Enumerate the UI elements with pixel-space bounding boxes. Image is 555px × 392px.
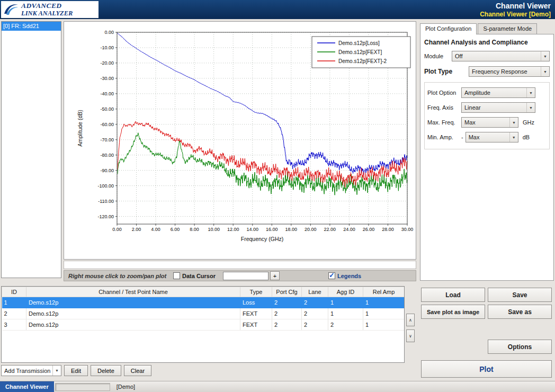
chevron-down-icon: ▼ <box>526 88 535 97</box>
data-cursor-checkbox[interactable] <box>173 272 180 279</box>
tab-plot-configuration[interactable]: Plot Configuration <box>420 23 477 34</box>
channel-list[interactable]: [0] FR: Sdd21 <box>1 21 61 278</box>
move-down-button[interactable]: ∨ <box>406 329 415 342</box>
table-cell: 1 <box>2 297 26 308</box>
min-amp-unit: dB <box>523 134 530 140</box>
table-cell: Loss <box>240 297 272 308</box>
load-button[interactable]: Load <box>421 288 485 302</box>
legends-checkbox[interactable] <box>328 272 335 279</box>
frequency-response-chart[interactable]: 0.002.004.006.008.0010.0012.0014.0016.00… <box>64 22 416 259</box>
options-button[interactable]: Options <box>488 340 552 354</box>
window-subtitle: Channel Viewer [Demo] <box>480 11 551 18</box>
max-freq-row: Max. Freq. Max ▼ GHz <box>427 117 547 128</box>
table-cell: FEXT <box>240 308 272 319</box>
series-line <box>118 133 407 195</box>
min-amp-label: Min. Amp. <box>427 134 461 140</box>
max-freq-label: Max. Freq. <box>427 119 461 126</box>
plot-type-row: Plot Type Frequency Response ▼ <box>424 66 550 77</box>
plot-configuration-panel: Channel Analysis and Compliance Module O… <box>420 34 554 281</box>
svg-text:30.00: 30.00 <box>401 227 414 232</box>
table-cell: 3 <box>2 319 26 331</box>
svg-text:16.00: 16.00 <box>266 227 278 232</box>
freq-axis-row: Freq. Axis Linear ▼ <box>427 102 547 113</box>
plot-option-select[interactable]: Amplitude ▼ <box>461 87 535 98</box>
logo-text: ADVANCED LINK ANALYZER <box>21 2 73 16</box>
save-as-button[interactable]: Save as <box>488 305 552 319</box>
table-cell: FEXT <box>240 319 272 331</box>
delete-button[interactable]: Delete <box>91 365 121 376</box>
tab-s-parameter-mode[interactable]: S-parameter Mode <box>478 23 537 34</box>
table-cell: Demo.s12p <box>26 308 240 319</box>
x-axis-label: Frequency (GHz) <box>241 236 284 242</box>
status-inset-box <box>55 383 110 391</box>
clear-button[interactable]: Clear <box>124 365 151 376</box>
svg-text:22.00: 22.00 <box>324 227 336 232</box>
svg-text:-120.00: -120.00 <box>97 214 114 219</box>
max-freq-select[interactable]: Max ▼ <box>461 117 518 128</box>
table-cell: 2 <box>272 319 302 331</box>
module-row: Module Off ▼ <box>424 51 550 61</box>
column-header[interactable]: Lane <box>302 287 328 297</box>
logo-swoosh-icon <box>3 2 19 17</box>
status-bar: Channel Viewer [Demo] <box>0 381 555 392</box>
plot-status-strip <box>64 261 416 269</box>
plot-button[interactable]: Plot <box>421 360 552 378</box>
svg-text:20.00: 20.00 <box>305 227 317 232</box>
table-row[interactable]: 3Demo.s12pFEXT2221 <box>2 319 405 331</box>
column-header[interactable]: Type <box>240 287 272 297</box>
table-cell: 2 <box>302 308 328 319</box>
module-label: Module <box>424 53 452 59</box>
svg-text:4.00: 4.00 <box>151 227 160 232</box>
sidebar-item[interactable]: [0] FR: Sdd21 <box>2 22 61 31</box>
edit-button[interactable]: Edit <box>64 365 88 376</box>
cursor-value-input[interactable] <box>223 272 268 280</box>
plus-button[interactable]: + <box>270 271 280 280</box>
logo-line1: ADVANCED <box>21 2 73 10</box>
plot-option-row: Plot Option Amplitude ▼ <box>427 87 547 98</box>
app-logo: ADVANCED LINK ANALYZER <box>1 1 99 18</box>
column-header[interactable]: ID <box>2 287 26 297</box>
table-cell: 1 <box>328 308 363 319</box>
legend-entry-label: Demo.s12p[Loss] <box>338 40 380 46</box>
plot-toolbar: Right mouse click to zoom/pan plot Data … <box>64 270 416 281</box>
plot-type-label: Plot Type <box>424 68 469 75</box>
table-cell: 2 <box>272 308 302 319</box>
table-cell: Demo.s12p <box>26 297 240 308</box>
move-up-button[interactable]: ∧ <box>406 314 415 326</box>
column-header[interactable]: Agg ID <box>328 287 363 297</box>
table-cell: 1 <box>363 308 405 319</box>
min-amp-row: Min. Amp. - Max ▼ dB <box>427 132 547 142</box>
save-plot-as-image-button[interactable]: Save plot as image <box>421 305 485 319</box>
add-transmission-select[interactable]: Add Transmission ▼ <box>1 365 61 376</box>
window-title: Channel Viewer <box>480 2 551 10</box>
svg-text:24.00: 24.00 <box>343 227 355 232</box>
plot-type-select[interactable]: Frequency Response ▼ <box>469 66 550 77</box>
svg-text:-50.00: -50.00 <box>100 106 114 112</box>
svg-text:26.00: 26.00 <box>363 227 375 232</box>
min-amp-select[interactable]: Max ▼ <box>466 132 518 142</box>
module-select[interactable]: Off ▼ <box>452 51 550 61</box>
plot-panel: 0.002.004.006.008.0010.0012.0014.0016.00… <box>64 21 416 260</box>
chevron-down-icon: ▼ <box>509 118 518 127</box>
svg-text:2.00: 2.00 <box>132 227 141 232</box>
table-cell: Demo.s12p <box>26 319 240 331</box>
svg-text:6.00: 6.00 <box>171 227 180 232</box>
column-header[interactable]: Rel Amp <box>363 287 405 297</box>
column-header[interactable]: Port Cfg <box>272 287 302 297</box>
svg-text:-100.00: -100.00 <box>97 183 114 189</box>
table-cell: 2 <box>272 297 302 308</box>
table-row[interactable]: 2Demo.s12pFEXT2211 <box>2 308 405 319</box>
min-amp-prefix: - <box>461 134 463 140</box>
chevron-down-icon: ▼ <box>509 132 518 142</box>
save-button[interactable]: Save <box>488 288 552 302</box>
table-actions: Add Transmission ▼ Edit Delete Clear <box>1 365 151 376</box>
table-row[interactable]: 1Demo.s12pLoss2211 <box>2 297 405 308</box>
chevron-down-icon: ▼ <box>541 67 549 76</box>
zoom-hint: Right mouse click to zoom/pan plot <box>68 273 173 279</box>
column-header[interactable]: Channel / Test Point Name <box>26 287 240 297</box>
header-bar: ADVANCED LINK ANALYZER Channel Viewer Ch… <box>0 0 555 19</box>
config-tabs: Plot Configuration S-parameter Mode <box>420 23 538 34</box>
legend-entry-label: Demo.s12p[FEXT] <box>338 49 382 55</box>
table-header-row: IDChannel / Test Point NameTypePort CfgL… <box>2 287 405 297</box>
freq-axis-select[interactable]: Linear ▼ <box>461 102 535 113</box>
